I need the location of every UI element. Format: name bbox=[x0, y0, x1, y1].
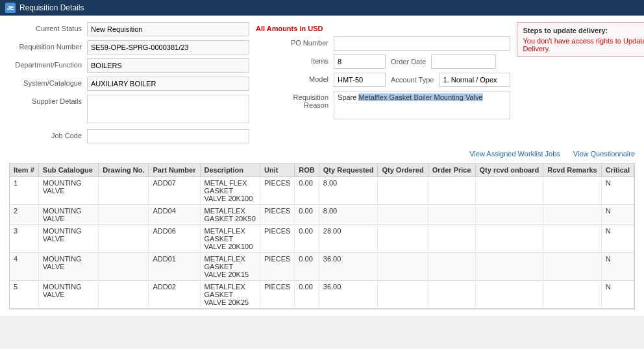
table-cell bbox=[378, 225, 428, 253]
delivery-box-message: You don't have access rights to Update D… bbox=[523, 37, 644, 53]
table-cell: N bbox=[601, 281, 634, 309]
table-header-row: Item # Sub Catalogue Drawing No. Part Nu… bbox=[10, 163, 634, 177]
table-cell: 0.00 bbox=[295, 205, 319, 225]
table-cell bbox=[378, 177, 428, 205]
system-catalogue-input[interactable] bbox=[87, 77, 249, 91]
job-code-value bbox=[87, 129, 249, 143]
table-cell: PIECES bbox=[260, 253, 295, 281]
table-body: 1MOUNTING VALVEADD07METAL FLEX GASKET VA… bbox=[10, 177, 634, 309]
table-cell: MOUNTING VALVE bbox=[38, 177, 99, 205]
table-cell: METALFLEX GASKET VALVE 20K25 bbox=[200, 281, 260, 309]
table-cell bbox=[428, 281, 475, 309]
table-row: 3MOUNTING VALVEADD06METALFLEX GASKET VAL… bbox=[10, 225, 634, 253]
table-cell bbox=[378, 205, 428, 225]
table-cell: 3 bbox=[10, 225, 38, 253]
table-cell bbox=[475, 281, 543, 309]
table-cell: 28.00 bbox=[319, 225, 378, 253]
table-cell bbox=[378, 281, 428, 309]
table-cell: METALFLEX GASKET 20K50 bbox=[200, 205, 260, 225]
right-form-col: Steps to update delivery: You don't have… bbox=[517, 22, 644, 147]
items-label: Items bbox=[256, 54, 334, 65]
table-cell: 0.00 bbox=[295, 281, 319, 309]
model-label: Model bbox=[256, 73, 334, 83]
table-cell bbox=[428, 205, 475, 225]
col-qty-rcvd: Qty rcvd onboard bbox=[475, 163, 543, 177]
col-rcvd-remarks: Rcvd Remarks bbox=[543, 163, 601, 177]
table-cell: METALFLEX GASKET VALVE 20K100 bbox=[200, 225, 260, 253]
job-code-label: Job Code bbox=[9, 129, 87, 139]
table-cell bbox=[99, 281, 149, 309]
items-table: Item # Sub Catalogue Drawing No. Part Nu… bbox=[10, 163, 634, 309]
left-form-col: Current Status Requisition Number Depart… bbox=[9, 22, 249, 147]
supplier-details-value bbox=[87, 95, 249, 125]
col-sub-catalogue: Sub Catalogue bbox=[38, 163, 99, 177]
model-account-row: Model Account Type bbox=[256, 73, 510, 87]
main-content: Current Status Requisition Number Depart… bbox=[0, 16, 644, 316]
table-cell: PIECES bbox=[260, 205, 295, 225]
table-cell bbox=[543, 177, 601, 205]
table-cell: 4 bbox=[10, 253, 38, 281]
account-type-label: Account Type bbox=[391, 76, 434, 84]
table-cell bbox=[99, 253, 149, 281]
account-type-input[interactable] bbox=[439, 73, 510, 87]
table-cell: ADD07 bbox=[149, 177, 200, 205]
table-header: Item # Sub Catalogue Drawing No. Part Nu… bbox=[10, 163, 634, 177]
title-bar: JE Requisition Details bbox=[0, 0, 644, 16]
table-row: 2MOUNTING VALVEADD04METALFLEX GASKET 20K… bbox=[10, 205, 634, 225]
current-status-input[interactable] bbox=[87, 22, 249, 36]
form-header: Current Status Requisition Number Depart… bbox=[9, 22, 635, 147]
po-number-row: PO Number bbox=[256, 36, 510, 51]
current-status-value bbox=[87, 22, 249, 36]
supplier-details-input[interactable] bbox=[87, 95, 249, 123]
table-cell bbox=[475, 177, 543, 205]
table-cell: N bbox=[601, 253, 634, 281]
table-cell bbox=[428, 177, 475, 205]
requisition-reason-row: RequisitionReason Spare Metalflex Gasket… bbox=[256, 91, 510, 119]
job-code-input[interactable] bbox=[87, 129, 249, 143]
col-rob: ROB bbox=[295, 163, 319, 177]
table-cell bbox=[475, 225, 543, 253]
po-number-input[interactable] bbox=[334, 36, 510, 51]
system-catalogue-label: System/Catalogue bbox=[9, 77, 87, 87]
table-cell: METALFLEX GASKET VALVE 20K15 bbox=[200, 253, 260, 281]
col-unit: Unit bbox=[260, 163, 295, 177]
window-title: Requisition Details bbox=[19, 3, 84, 12]
table-cell bbox=[543, 281, 601, 309]
view-questionnaire-link[interactable]: View Questionnaire bbox=[573, 150, 635, 158]
table-cell: 8.00 bbox=[319, 205, 378, 225]
table-cell: N bbox=[601, 205, 634, 225]
table-cell: 36.00 bbox=[319, 253, 378, 281]
delivery-box-title: Steps to update delivery: bbox=[523, 27, 644, 34]
department-input[interactable] bbox=[87, 58, 249, 73]
requisition-reason-label: RequisitionReason bbox=[256, 91, 334, 109]
table-cell: ADD01 bbox=[149, 253, 200, 281]
table-row: 4MOUNTING VALVEADD01METALFLEX GASKET VAL… bbox=[10, 253, 634, 281]
links-row: View Assigned Worklist Jobs View Questio… bbox=[9, 147, 635, 160]
requisition-number-value bbox=[87, 40, 249, 54]
items-order-date-row: Items Order Date bbox=[256, 54, 510, 69]
table-cell bbox=[543, 205, 601, 225]
table-row: 1MOUNTING VALVEADD07METAL FLEX GASKET VA… bbox=[10, 177, 634, 205]
col-qty-requested: Qty Requested bbox=[319, 163, 378, 177]
table-cell: 0.00 bbox=[295, 253, 319, 281]
app-icon: JE bbox=[5, 3, 16, 13]
delivery-update-box: Steps to update delivery: You don't have… bbox=[517, 22, 644, 57]
table-cell: PIECES bbox=[260, 177, 295, 205]
table-cell: MOUNTING VALVE bbox=[38, 225, 99, 253]
requisition-reason-value: Spare Metalflex Gasket Boiler Mounting V… bbox=[334, 91, 510, 119]
reason-highlighted: Metalflex Gasket Boiler Mounting Valve bbox=[358, 93, 482, 101]
table-cell: ADD02 bbox=[149, 281, 200, 309]
model-input[interactable] bbox=[334, 73, 386, 87]
items-input[interactable] bbox=[334, 54, 386, 69]
table-cell bbox=[475, 253, 543, 281]
table-cell bbox=[99, 177, 149, 205]
table-cell: PIECES bbox=[260, 225, 295, 253]
middle-form-col: All Amounts in USD PO Number Items Order… bbox=[256, 22, 510, 147]
current-status-label: Current Status bbox=[9, 22, 87, 32]
requisition-number-input[interactable] bbox=[87, 40, 249, 54]
order-date-input[interactable] bbox=[431, 54, 496, 69]
table-cell bbox=[543, 253, 601, 281]
view-assigned-worklist-jobs-link[interactable]: View Assigned Worklist Jobs bbox=[469, 150, 560, 158]
department-label: Department/Function bbox=[9, 58, 87, 69]
table-cell: PIECES bbox=[260, 281, 295, 309]
